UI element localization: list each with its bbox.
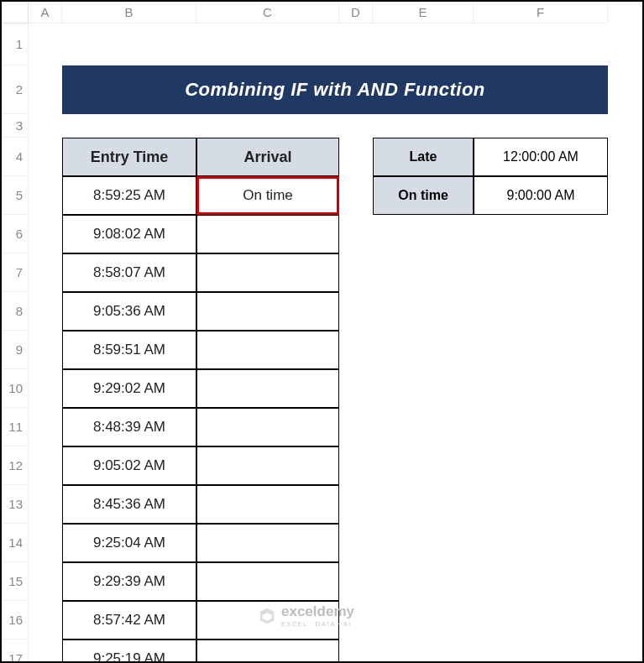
cell-arrival[interactable]: [196, 640, 339, 663]
cell-entry[interactable]: 9:05:36 AM: [62, 292, 196, 331]
cell-arrival-selected[interactable]: On time: [196, 176, 339, 215]
spreadsheet-grid: A B C D E F 1 2 3 4 5 6 7 8 9 10 11 12 1…: [2, 2, 642, 663]
side-value-ontime[interactable]: 9:00:00 AM: [474, 176, 608, 215]
row-header-11[interactable]: 11: [2, 408, 29, 446]
corner-cell[interactable]: [2, 2, 29, 23]
cell-entry[interactable]: 9:05:02 AM: [62, 446, 196, 485]
row-header-8[interactable]: 8: [2, 292, 29, 331]
row-header-1[interactable]: 1: [2, 23, 29, 65]
page-title: Combining IF with AND Function: [62, 65, 608, 114]
cell-entry[interactable]: 8:59:51 AM: [62, 331, 196, 369]
cell-entry[interactable]: 8:58:07 AM: [62, 253, 196, 292]
col-header-F[interactable]: F: [474, 2, 608, 23]
row-header-7[interactable]: 7: [2, 253, 29, 292]
col-header-D[interactable]: D: [339, 2, 373, 23]
row-header-2[interactable]: 2: [2, 65, 29, 114]
cell-entry[interactable]: 8:57:42 AM: [62, 601, 196, 640]
cell-entry[interactable]: 9:25:04 AM: [62, 524, 196, 562]
cell-arrival[interactable]: [196, 524, 339, 562]
cell-arrival[interactable]: [196, 292, 339, 331]
cell-arrival[interactable]: [196, 562, 339, 601]
cell-entry[interactable]: 8:45:36 AM: [62, 485, 196, 524]
row-header-5[interactable]: 5: [2, 176, 29, 215]
col-header-E[interactable]: E: [373, 2, 474, 23]
row-header-13[interactable]: 13: [2, 485, 29, 524]
cell-arrival[interactable]: [196, 215, 339, 253]
row-header-14[interactable]: 14: [2, 524, 29, 562]
cell-arrival[interactable]: [196, 601, 339, 640]
side-label-ontime[interactable]: On time: [373, 176, 474, 215]
side-label-late[interactable]: Late: [373, 138, 474, 176]
cell-entry[interactable]: 9:29:02 AM: [62, 369, 196, 408]
col-header-A[interactable]: A: [29, 2, 62, 23]
col-header-B[interactable]: B: [62, 2, 196, 23]
cell-entry[interactable]: 9:25:19 AM: [62, 640, 196, 663]
cell-arrival[interactable]: [196, 253, 339, 292]
cell-entry[interactable]: 8:59:25 AM: [62, 176, 196, 215]
side-value-late[interactable]: 12:00:00 AM: [474, 138, 608, 176]
cell-arrival[interactable]: [196, 485, 339, 524]
cell-arrival[interactable]: [196, 446, 339, 485]
row-header-9[interactable]: 9: [2, 331, 29, 369]
cell-arrival[interactable]: [196, 408, 339, 446]
table-header-entry[interactable]: Entry Time: [62, 138, 196, 176]
cell-entry[interactable]: 8:48:39 AM: [62, 408, 196, 446]
col-header-C[interactable]: C: [196, 2, 339, 23]
row-header-6[interactable]: 6: [2, 215, 29, 253]
cell-arrival[interactable]: [196, 331, 339, 369]
cell-entry[interactable]: 9:08:02 AM: [62, 215, 196, 253]
row-header-4[interactable]: 4: [2, 138, 29, 176]
row-header-16[interactable]: 16: [2, 601, 29, 640]
row-header-12[interactable]: 12: [2, 446, 29, 485]
row-header-10[interactable]: 10: [2, 369, 29, 408]
cell-arrival[interactable]: [196, 369, 339, 408]
row-header-3[interactable]: 3: [2, 114, 29, 138]
cell-entry[interactable]: 9:29:39 AM: [62, 562, 196, 601]
row-header-15[interactable]: 15: [2, 562, 29, 601]
table-header-arrival[interactable]: Arrival: [196, 138, 339, 176]
row-header-17[interactable]: 17: [2, 640, 29, 663]
